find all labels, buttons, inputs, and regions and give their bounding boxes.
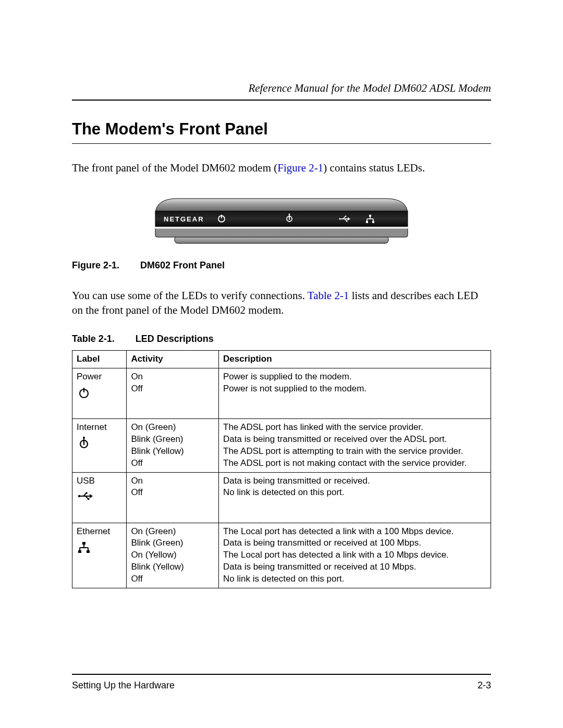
description-line: Power is supplied to the modem. [223,371,486,383]
description-line: Data is being transmitted or received at… [223,537,486,549]
text: The front panel of the Model DM602 modem… [72,162,277,174]
activity-line: On (Yellow) [131,549,214,561]
footer-page-number: 2-3 [478,679,491,692]
table-row: Internet On (Green) Blink (Green) Blink … [72,418,491,472]
label-text: Power [77,371,122,383]
activity-line: Blink (Green) [131,537,214,549]
led-table: Label Activity Description Power On Off [72,350,491,588]
activity-line: Blink (Yellow) [131,446,214,458]
caption-text: DM602 Front Panel [140,260,225,270]
activity-line: Blink (Green) [131,434,214,446]
caption-number: Table 2-1. [72,334,115,344]
description-line: Data is being transmitted or received at… [223,561,486,573]
activity-line: On (Green) [131,422,214,434]
svg-rect-20 [366,221,368,223]
page: Reference Manual for the Model DM602 ADS… [0,0,563,728]
running-header: Reference Manual for the Model DM602 ADS… [72,81,491,101]
svg-point-26 [83,437,85,439]
ethernet-icon [77,540,122,555]
power-icon [77,386,122,401]
svg-point-8 [289,213,290,215]
label-text: Internet [77,422,122,434]
usb-icon [77,490,122,502]
table-row: Ethernet On (Green) [72,523,491,588]
label-text: USB [77,475,122,487]
table-caption: Table 2-1.LED Descriptions [72,332,491,345]
svg-rect-21 [372,221,374,223]
table-link[interactable]: Table 2-1 [308,289,349,302]
modem-figure: NETGEAR [72,195,491,248]
table-row: USB On Off [72,472,491,523]
brand-text: NETGEAR [164,215,204,223]
text: ) contains status LEDs. [323,162,425,174]
description-line: The Local port has detected a link with … [223,526,486,538]
svg-rect-38 [78,550,81,553]
activity-line: Off [131,487,214,499]
svg-rect-32 [88,498,89,500]
description-line: The ADSL port has linked with the servic… [223,422,486,434]
internet-icon [77,437,122,451]
figure-caption: Figure 2-1.DM602 Front Panel [72,259,491,272]
description-line: The ADSL port is not making contact with… [223,458,486,470]
col-description: Description [219,350,491,368]
activity-line: Off [131,458,214,470]
page-footer: Setting Up the Hardware 2-3 [72,674,491,692]
svg-rect-39 [87,550,90,553]
activity-line: Off [131,383,214,395]
text: You can use some of the LEDs to verify c… [72,289,308,302]
col-activity: Activity [127,350,219,368]
svg-rect-15 [369,215,371,217]
modem-svg: NETGEAR [146,195,417,248]
description-line: No link is detected on this port. [223,487,486,499]
activity-line: On (Green) [131,526,214,538]
svg-rect-33 [82,542,85,545]
svg-rect-14 [346,220,348,222]
table-header-row: Label Activity Description [72,350,491,368]
description-line: No link is detected on this port. [223,573,486,585]
svg-point-12 [345,215,347,217]
figure-link[interactable]: Figure 2-1 [277,162,323,174]
activity-line: On [131,475,214,487]
intro-paragraph: The front panel of the Model DM602 modem… [72,161,491,175]
description-line: Data is being transmitted or received ov… [223,434,486,446]
description-line: Data is being transmitted or received. [223,475,486,487]
table-intro-paragraph: You can use some of the LEDs to verify c… [72,288,491,318]
label-text: Ethernet [77,526,122,538]
activity-line: On [131,371,214,383]
activity-line: Off [131,573,214,585]
caption-number: Figure 2-1. [72,260,119,270]
description-line: The Local port has detected a link with … [223,549,486,561]
table-row: Power On Off Power is supplied to the mo… [72,368,491,418]
footer-left: Setting Up the Hardware [72,679,175,692]
svg-point-30 [85,492,88,495]
col-label: Label [72,350,127,368]
description-line: Power is not supplied to the modem. [223,383,486,395]
svg-rect-3 [155,227,408,229]
caption-text: LED Descriptions [136,334,214,344]
section-title: The Modem's Front Panel [72,118,491,144]
activity-line: Blink (Yellow) [131,561,214,573]
description-line: The ADSL port is attempting to train wit… [223,446,486,458]
